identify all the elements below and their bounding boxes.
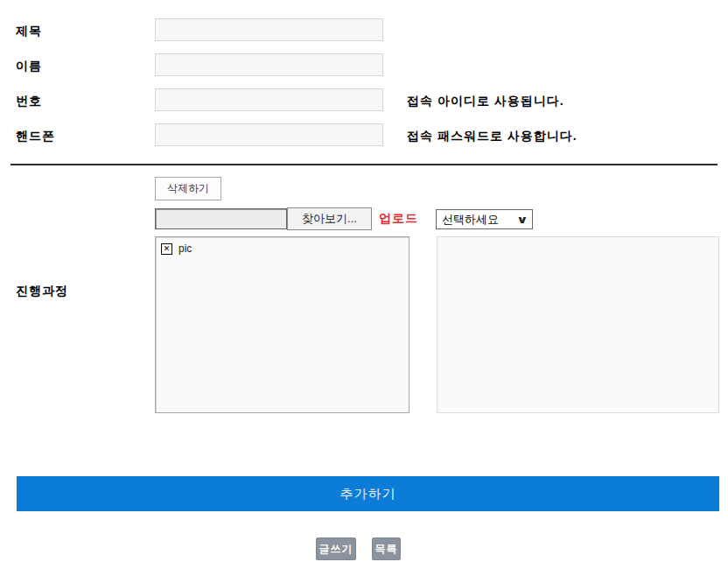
- add-button[interactable]: 추가하기: [17, 476, 719, 511]
- phone-input[interactable]: [155, 123, 383, 146]
- broken-image-icon: ✕: [161, 243, 172, 255]
- category-select[interactable]: 선택하세요 ∨: [436, 209, 533, 229]
- delete-button[interactable]: 삭제하기: [155, 177, 221, 200]
- number-input[interactable]: [155, 88, 383, 111]
- file-name: pic: [178, 242, 192, 255]
- category-select-value: 선택하세요: [442, 212, 518, 228]
- title-label: 제목: [16, 24, 42, 39]
- name-label: 이름: [16, 59, 42, 74]
- name-input[interactable]: [155, 53, 383, 76]
- preview-box: [437, 236, 719, 413]
- progress-label: 진행과정: [16, 284, 68, 299]
- uploaded-file-list[interactable]: ✕ pic: [155, 236, 410, 413]
- file-path-input[interactable]: [155, 208, 287, 229]
- number-label: 번호: [16, 94, 42, 109]
- write-button[interactable]: 글쓰기: [316, 537, 356, 560]
- phone-label: 핸드폰: [16, 129, 55, 144]
- title-input[interactable]: [155, 18, 383, 41]
- browse-button[interactable]: 찾아보기...: [287, 207, 372, 230]
- list-button[interactable]: 목록: [372, 537, 401, 560]
- section-divider: [10, 164, 718, 165]
- file-list-item[interactable]: ✕ pic: [161, 242, 403, 255]
- number-note: 접속 아이디로 사용됩니다.: [407, 94, 564, 109]
- upload-link[interactable]: 업로드: [379, 211, 418, 227]
- phone-note: 접속 패스워드로 사용합니다.: [407, 129, 578, 144]
- chevron-down-icon: ∨: [516, 214, 528, 226]
